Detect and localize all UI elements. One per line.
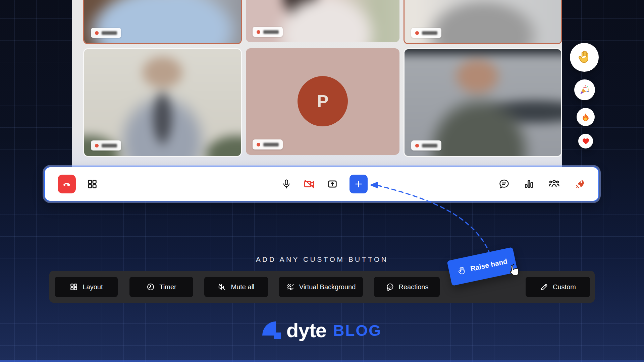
- layout-grid-icon: [69, 283, 78, 291]
- participant-name-blurred: [263, 30, 279, 34]
- participants-icon: [548, 178, 560, 190]
- logo-square-shape: [274, 333, 281, 339]
- smiley-plus-icon: [385, 283, 394, 292]
- microphone-icon: [281, 179, 292, 189]
- toolbar-button-label: Mute all: [231, 283, 254, 291]
- toolbar-button-virtual-background[interactable]: Virtual Background: [279, 277, 363, 297]
- section-heading: ADD ANY CUSTOM BUTTON: [0, 255, 644, 263]
- hand-cursor: [507, 263, 521, 278]
- toolbar-button-label: Timer: [159, 283, 176, 291]
- chat-button[interactable]: [498, 178, 510, 190]
- participants-button[interactable]: [548, 178, 560, 190]
- recording-dot-icon: [257, 143, 260, 146]
- polls-icon: [523, 178, 535, 190]
- participant-name-blurred: [422, 31, 437, 35]
- participant-tile: [83, 0, 242, 44]
- reaction-bubble-heart[interactable]: [578, 134, 593, 148]
- microphone-button[interactable]: [281, 179, 292, 189]
- participant-tile: [404, 48, 562, 157]
- toolbar-button-label: Virtual Background: [299, 283, 356, 291]
- rocket-button[interactable]: [574, 178, 586, 190]
- fire-emoji-icon: [581, 112, 590, 122]
- participant-tile: [246, 0, 399, 42]
- recording-dot-icon: [415, 31, 419, 35]
- participant-name-badge: [253, 27, 283, 37]
- participant-name-blurred: [422, 144, 437, 147]
- screen-share-button[interactable]: [327, 178, 338, 190]
- control-bar-right-group: [498, 178, 586, 190]
- toolbar-button-mute-all[interactable]: Mute all: [204, 277, 268, 297]
- party-popper-emoji-icon: [579, 84, 590, 96]
- participant-tile: [83, 48, 242, 157]
- participant-name-blurred: [263, 143, 279, 146]
- participant-tile: [404, 0, 562, 44]
- virtual-background-icon: [286, 283, 295, 291]
- add-custom-button[interactable]: [350, 175, 368, 193]
- participant-name-badge: [253, 139, 283, 149]
- pencil-icon: [540, 283, 548, 291]
- logo-fan-shape: [262, 321, 276, 336]
- reaction-bubble-fire[interactable]: [577, 108, 595, 126]
- participant-name-blurred: [102, 144, 117, 147]
- chat-icon: [498, 178, 510, 190]
- hang-up-button[interactable]: [58, 175, 76, 193]
- avatar-letter: P: [317, 91, 329, 111]
- participant-tile-avatar: P: [246, 48, 399, 155]
- raise-hand-label: Raise hand: [470, 257, 508, 273]
- participant-name-blurred: [102, 31, 117, 35]
- toolbar-button-custom[interactable]: Custom: [526, 277, 590, 297]
- participant-name-badge: [91, 28, 121, 38]
- recording-dot-icon: [257, 30, 260, 34]
- footer-brand: dyte BLOG: [0, 320, 644, 341]
- participant-avatar: P: [298, 76, 348, 126]
- rocket-icon: [574, 178, 586, 190]
- red-heart-emoji-icon: [582, 137, 590, 145]
- brand-name: dyte: [286, 320, 326, 341]
- control-bar-left-group: [58, 175, 98, 193]
- layout-grid-button[interactable]: [87, 178, 98, 190]
- toolbar-button-label: Layout: [83, 283, 103, 291]
- plus-icon: [354, 179, 364, 189]
- toolbar-button-reactions[interactable]: Reactions: [374, 277, 440, 297]
- participant-name-badge: [91, 140, 121, 150]
- recording-dot-icon: [95, 144, 99, 147]
- toolbar-button-label: Reactions: [399, 283, 429, 291]
- hang-up-icon: [62, 179, 72, 189]
- camera-off-icon: [303, 178, 315, 190]
- bottom-glow: [0, 360, 644, 362]
- page: P: [0, 0, 644, 362]
- brand-suffix: BLOG: [333, 323, 382, 338]
- polls-button[interactable]: [523, 178, 535, 190]
- participant-name-badge: [411, 140, 441, 150]
- meeting-video-panel: P: [72, 0, 562, 168]
- toolbar-button-layout[interactable]: Layout: [55, 277, 118, 297]
- toolbar-button-label: Custom: [553, 283, 576, 291]
- raise-hand-icon: [457, 265, 468, 276]
- speaker-muted-icon: [218, 283, 226, 291]
- reaction-bubble-raised-hand[interactable]: [570, 43, 599, 72]
- participant-name-badge: [411, 28, 441, 38]
- toolbar-button-timer[interactable]: Timer: [129, 277, 193, 297]
- layout-grid-icon: [87, 178, 98, 190]
- screen-share-icon: [327, 178, 338, 190]
- camera-off-button[interactable]: [303, 178, 315, 190]
- clock-icon: [146, 283, 155, 291]
- dyte-logo-icon: [262, 321, 281, 340]
- reaction-bubble-party-popper[interactable]: [574, 79, 595, 100]
- recording-dot-icon: [95, 31, 99, 35]
- control-bar-center-group: [281, 175, 368, 193]
- meeting-control-bar: [44, 167, 599, 201]
- raised-hand-emoji-icon: [577, 50, 592, 65]
- recording-dot-icon: [415, 144, 419, 147]
